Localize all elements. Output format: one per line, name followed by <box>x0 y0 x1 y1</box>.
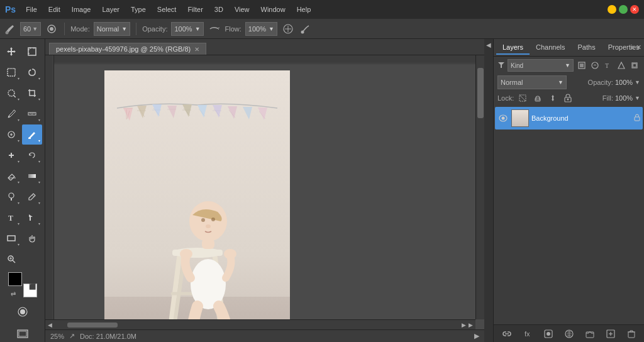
flow-dropdown[interactable]: 100% ▼ <box>245 22 277 36</box>
play-icon[interactable]: ▶ <box>469 322 473 328</box>
pen-pressure-icon[interactable] <box>281 22 295 36</box>
opacity-arrow[interactable]: ▼ <box>635 79 640 86</box>
canvas-hscroll-thumb[interactable] <box>67 323 118 328</box>
canvas-tab[interactable]: pexels-pixabay-459976.jpg @ 25% (RGB/8) … <box>49 43 206 55</box>
menu-type[interactable]: Type <box>126 4 151 15</box>
airbrush-icon[interactable] <box>208 22 221 36</box>
pixel-filter-icon[interactable] <box>576 60 587 71</box>
new-layer-btn[interactable] <box>604 328 617 340</box>
move-tool[interactable] <box>1 41 21 62</box>
opacity-val[interactable]: 100% <box>615 79 633 86</box>
menu-file[interactable]: File <box>21 4 42 15</box>
divider-1 <box>64 23 65 35</box>
tool-row-eraser: ▾ ▾ <box>1 166 43 186</box>
history-brush-tool[interactable]: ▾ <box>22 145 42 165</box>
lock-all-btn[interactable] <box>562 92 574 104</box>
menu-filter[interactable]: Filter <box>182 4 208 15</box>
eyedropper-tool[interactable]: ▾ <box>1 104 21 124</box>
clone-stamp-tool[interactable]: ▾ <box>1 145 21 165</box>
hscroll-content: ◀ ▶ ▶ <box>45 322 475 328</box>
tab-layers[interactable]: Layers <box>496 41 530 55</box>
rectangle-tool[interactable]: ▾ <box>1 228 21 248</box>
link-layers-btn[interactable] <box>501 328 513 340</box>
path-selection-tool[interactable]: ▾ <box>22 207 42 228</box>
shape-filter-icon[interactable] <box>616 60 627 71</box>
blend-mode-dropdown[interactable]: Normal ▼ <box>497 75 567 89</box>
layer-visibility-toggle[interactable] <box>497 113 509 124</box>
tab-channels[interactable]: Channels <box>530 41 571 55</box>
dodge-tool[interactable]: ▾ <box>1 187 21 207</box>
panel-menu-btn[interactable]: ≡ <box>631 43 635 52</box>
brush-size-arrow[interactable]: ▼ <box>32 26 38 32</box>
eraser-tool[interactable]: ▾ <box>1 166 21 186</box>
hand-tool[interactable] <box>22 228 42 248</box>
ruler-tool[interactable]: ▾ <box>22 104 42 124</box>
hscroll-right-arrow[interactable]: ▶ <box>462 322 466 328</box>
panel-tab-actions: ≡ ✕ <box>631 43 641 52</box>
tool-row-select: ▾ ▾ <box>1 83 43 103</box>
new-group-btn[interactable] <box>584 328 596 340</box>
marquee-rect-tool[interactable]: ▾ <box>1 62 21 82</box>
close-button[interactable]: ✕ <box>630 5 639 14</box>
gradient-tool[interactable]: ▾ <box>22 166 42 186</box>
restore-button[interactable] <box>619 5 628 14</box>
add-layer-style-btn[interactable]: fx <box>521 328 534 340</box>
lock-pixels-btn[interactable] <box>531 92 544 104</box>
tab-paths[interactable]: Paths <box>572 41 602 55</box>
lasso-tool[interactable]: ▾ <box>22 62 42 82</box>
artboard-tool[interactable] <box>22 41 42 62</box>
brush-size-box[interactable]: 60 ▼ <box>20 22 41 36</box>
add-adjustment-btn[interactable] <box>563 328 575 340</box>
brush-tool[interactable]: ▾ <box>22 124 42 145</box>
menu-select[interactable]: Select <box>152 4 182 15</box>
canvas-tab-title: pexels-pixabay-459976.jpg @ 25% (RGB/8) <box>56 45 191 53</box>
canvas-scrollbar-vertical[interactable] <box>475 55 484 319</box>
fill-arrow[interactable]: ▼ <box>635 95 640 101</box>
type-tool[interactable]: T ▾ <box>1 207 21 228</box>
timeline-play[interactable]: ▶ <box>474 332 479 340</box>
canvas-viewport[interactable]: ◀ ▶ ▶ <box>45 55 484 329</box>
delete-layer-btn[interactable] <box>625 328 638 340</box>
type-filter-icon[interactable]: T <box>602 60 614 71</box>
menu-image[interactable]: Image <box>67 4 96 15</box>
canvas-tab-close[interactable]: ✕ <box>194 46 199 53</box>
swap-colors-icon[interactable]: ⇄ <box>11 290 16 297</box>
canvas-vscroll-thumb[interactable] <box>477 68 484 118</box>
mode-dropdown[interactable]: Normal ▼ <box>94 22 130 36</box>
collapse-arrow[interactable]: ◀ <box>486 41 491 48</box>
minimize-button[interactable] <box>608 5 616 14</box>
opacity-dropdown[interactable]: 100% ▼ <box>171 22 203 36</box>
spot-healing-tool[interactable]: ▾ <box>1 124 21 145</box>
brush-settings-icon[interactable] <box>299 22 313 36</box>
divider-2 <box>136 23 136 35</box>
screen-mode-tool[interactable] <box>13 324 33 342</box>
canvas-image[interactable] <box>104 70 290 329</box>
crop-tool[interactable]: ▾ <box>22 83 42 103</box>
menu-view[interactable]: View <box>230 4 255 15</box>
add-mask-btn[interactable] <box>542 328 555 340</box>
menu-window[interactable]: Window <box>256 4 291 15</box>
fill-val[interactable]: 100% <box>615 94 633 102</box>
layer-item-background[interactable]: Background <box>495 107 643 130</box>
menu-help[interactable]: Help <box>292 4 316 15</box>
quick-mask-tool[interactable] <box>13 302 33 322</box>
svg-text:fx: fx <box>525 330 530 338</box>
default-colors-icon[interactable]: ⬛ <box>29 284 36 290</box>
foreground-color-swatch[interactable] <box>8 272 22 286</box>
hscroll-left-arrow[interactable]: ◀ <box>48 322 52 328</box>
brush-preset-icon[interactable] <box>45 22 58 36</box>
pen-tool[interactable]: ▾ <box>22 187 42 207</box>
canvas-scrollbar-horizontal[interactable]: ◀ ▶ ▶ <box>45 319 475 329</box>
export-icon[interactable]: ↗ <box>69 332 75 340</box>
menu-layer[interactable]: Layer <box>97 4 125 15</box>
lock-position-btn[interactable] <box>547 92 559 104</box>
zoom-tool[interactable] <box>1 249 21 269</box>
adjustment-filter-icon[interactable] <box>589 60 601 71</box>
panel-collapse-btn[interactable]: ✕ <box>636 43 641 52</box>
quick-select-tool[interactable]: ▾ <box>1 83 21 103</box>
kind-dropdown[interactable]: Kind ▼ <box>508 59 574 72</box>
smart-obj-filter-icon[interactable] <box>629 60 640 71</box>
lock-transparent-btn[interactable] <box>516 92 529 104</box>
menu-edit[interactable]: Edit <box>43 4 65 15</box>
menu-3d[interactable]: 3D <box>209 4 228 15</box>
